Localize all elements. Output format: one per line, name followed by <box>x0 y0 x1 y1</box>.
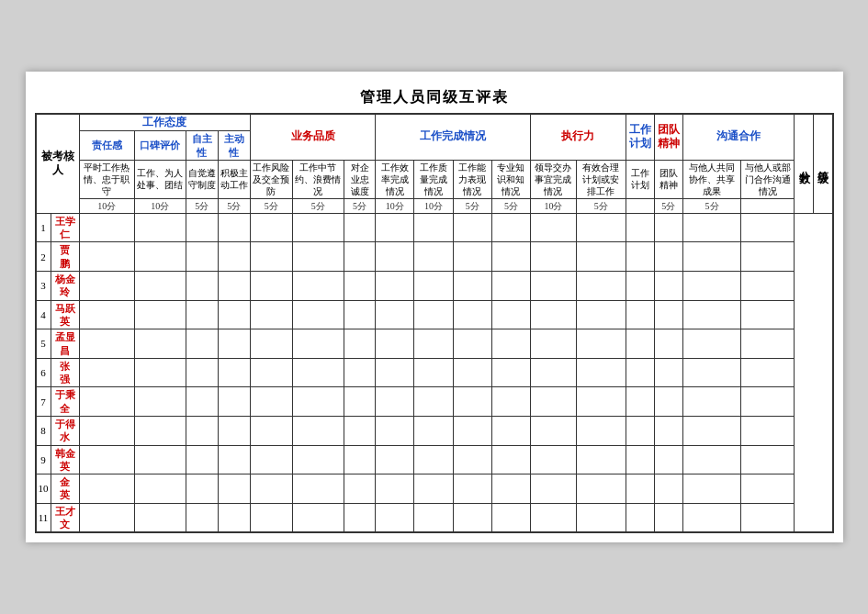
score-fengxian: 5分 <box>250 198 292 213</box>
fengxian-desc: 工作风险及交全预防 <box>250 160 292 198</box>
zizhu-desc: 自觉遵守制度 <box>186 160 218 198</box>
table-row: 10 金 英 <box>36 474 833 504</box>
row-name: 孟显昌 <box>51 329 79 359</box>
header-row-1: 被考核人 工作态度 业务品质 工作完成情况 执行力 工作计划 团队精神 沟通合作 <box>36 114 833 131</box>
youxiao-desc: 有效合理计划或安排工作 <box>576 160 626 198</box>
row-num: 10 <box>36 474 51 504</box>
zhudong-desc: 积极主动工作 <box>218 160 250 198</box>
jihua-desc: 工作计划 <box>626 160 654 198</box>
page-container: 管理人员同级互评表 被考核人 工作态度 业务品质 工作完成情况 执行力 工作计划 <box>26 72 843 543</box>
nengli-desc: 工作能力表现情况 <box>453 160 491 198</box>
row-name: 王学仁 <box>51 213 79 242</box>
goutong-header: 沟通合作 <box>682 114 795 161</box>
row-name: 贾 鹏 <box>51 242 79 272</box>
lingdao-desc: 领导交办事宜完成情况 <box>530 160 576 198</box>
jiejian-desc: 工作中节约、浪费情况 <box>292 160 344 198</box>
table-row: 9 韩金英 <box>36 445 833 474</box>
row-name: 韩金英 <box>51 445 79 474</box>
row-num: 5 <box>36 329 51 359</box>
score-yutaren2 <box>741 198 795 213</box>
row-num: 3 <box>36 272 51 301</box>
row-num: 4 <box>36 300 51 329</box>
table-row: 3 杨金玲 <box>36 272 833 301</box>
tuandui-desc: 团队精神 <box>654 160 682 198</box>
zhiliang-desc: 工作质量完成情况 <box>414 160 453 198</box>
header-row-3: 平时工作热情、忠于职守 工作、为人处事、团结 自觉遵守制度 积极主动工作 工作风… <box>36 160 833 198</box>
score-lingdao: 10分 <box>530 198 576 213</box>
row-num: 7 <box>36 387 51 417</box>
beikao-header: 被考核人 <box>36 114 80 214</box>
score-xiaolv: 10分 <box>376 198 414 213</box>
zhixing-header: 执行力 <box>530 114 626 161</box>
zhudong-header: 主动性 <box>218 131 250 161</box>
koutou-desc: 工作、为人处事、团结 <box>134 160 186 198</box>
table-row: 2 贾 鹏 <box>36 242 833 272</box>
score-duiqi: 5分 <box>344 198 375 213</box>
yutaren1-desc: 与他人共同协作、共享成果 <box>682 160 741 198</box>
score-jiejian: 5分 <box>292 198 344 213</box>
table-row: 4 马跃英 <box>36 300 833 329</box>
dengji-header: 等级 <box>813 114 832 214</box>
table-row: 11 王才文 <box>36 503 833 532</box>
main-title: 管理人员同级互评表 <box>35 81 834 113</box>
table-row: 6 张 强 <box>36 358 833 387</box>
row-name: 杨金玲 <box>51 272 79 301</box>
score-zhudong: 5分 <box>218 198 250 213</box>
score-jihua <box>626 198 654 213</box>
wancheng-header: 工作完成情况 <box>376 114 531 161</box>
row-num: 1 <box>36 213 51 242</box>
jihua-header: 工作计划 <box>626 114 654 161</box>
evaluation-table: 被考核人 工作态度 业务品质 工作完成情况 执行力 工作计划 团队精神 沟通合作 <box>35 113 834 534</box>
score-ziren: 10分 <box>79 198 134 213</box>
taidu-header: 工作态度 <box>79 114 250 131</box>
score-zizhu: 5分 <box>186 198 218 213</box>
row-name: 于秉全 <box>51 387 79 417</box>
ziren-header: 责任感 <box>79 131 134 161</box>
table-row: 7 于秉全 <box>36 387 833 417</box>
score-nengli: 5分 <box>453 198 491 213</box>
table-row: 5 孟显昌 <box>36 329 833 359</box>
row-name: 于得水 <box>51 416 79 445</box>
row-name: 金 英 <box>51 474 79 504</box>
table-row: 1 王学仁 <box>36 213 833 242</box>
table-row: 8 于得水 <box>36 416 833 445</box>
score-yutaren1: 5分 <box>682 198 741 213</box>
row-name: 张 强 <box>51 358 79 387</box>
score-koutou: 10分 <box>134 198 186 213</box>
row-name: 王才文 <box>51 503 79 532</box>
zizhu-header: 自主性 <box>186 131 218 161</box>
row-num: 2 <box>36 242 51 272</box>
yutaren2-desc: 与他人或部门合作沟通情况 <box>741 160 795 198</box>
score-row: 10分 10分 5分 5分 5分 5分 5分 10分 10分 5分 5分 10分… <box>36 198 833 213</box>
score-zhuanye: 5分 <box>491 198 530 213</box>
score-youxiao: 5分 <box>576 198 626 213</box>
zhuanye-desc: 专业知识和知情况 <box>491 160 530 198</box>
row-num: 9 <box>36 445 51 474</box>
fenshu-header: 分数 <box>795 114 814 214</box>
score-tuandui: 5分 <box>654 198 682 213</box>
duiqi-desc: 对企业忠诚度 <box>344 160 375 198</box>
ziren-desc: 平时工作热情、忠于职守 <box>79 160 134 198</box>
yewu-header: 业务品质 <box>250 114 376 161</box>
row-num: 6 <box>36 358 51 387</box>
score-zhiliang: 10分 <box>414 198 453 213</box>
row-name: 马跃英 <box>51 300 79 329</box>
row-num: 11 <box>36 503 51 532</box>
xiaolv-desc: 工作效率完成情况 <box>376 160 414 198</box>
koutou-header: 口碑评价 <box>134 131 186 161</box>
tuandui-header: 团队精神 <box>654 114 682 161</box>
row-num: 8 <box>36 416 51 445</box>
